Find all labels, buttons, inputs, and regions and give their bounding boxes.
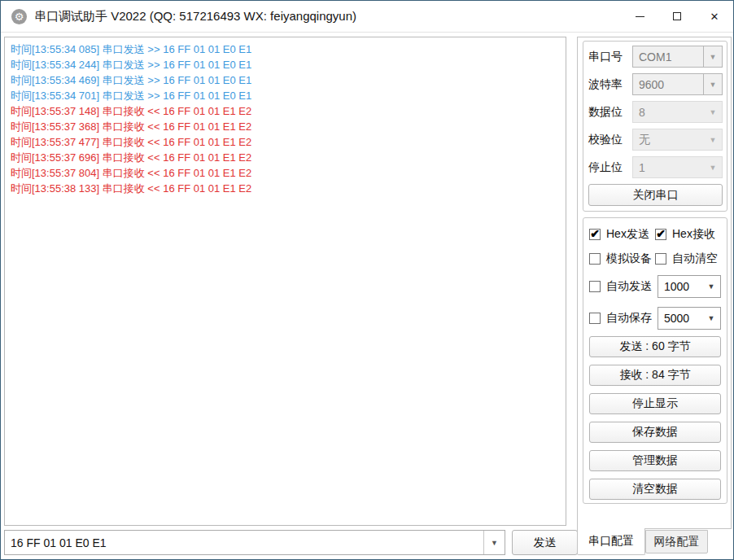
log-line: 时间[13:55:38 133] 串口接收 << 16 FF 01 01 E1 … bbox=[11, 181, 560, 196]
checkbox-combo-row: 自动发送1000▼ bbox=[589, 275, 721, 298]
chevron-down-icon: ▼ bbox=[702, 276, 720, 297]
stop-display-button[interactable]: 停止显示 bbox=[589, 393, 721, 414]
chevron-down-icon: ▼ bbox=[703, 46, 722, 67]
clear-data-button[interactable]: 清空数据 bbox=[589, 479, 721, 500]
auto-send-dropdown[interactable]: 1000▼ bbox=[658, 275, 721, 298]
checkbox-auto-clear[interactable]: 自动清空 bbox=[655, 252, 721, 266]
log-line: 时间[13:55:37 148] 串口接收 << 16 FF 01 01 E1 … bbox=[11, 103, 560, 119]
log-line: 时间[13:55:34 701] 串口发送 >> 16 FF 01 01 E0 … bbox=[11, 88, 560, 103]
save-data-button[interactable]: 保存数据 bbox=[589, 422, 721, 443]
auto-save-dropdown[interactable]: 5000▼ bbox=[658, 307, 721, 330]
app-window: ⚙ 串口调试助手 V2022 (QQ: 517216493 WX: feiyan… bbox=[0, 0, 734, 560]
chevron-down-icon: ▼ bbox=[704, 129, 722, 150]
checkbox-sim-device[interactable]: 模拟设备 bbox=[589, 252, 655, 266]
field-row-stop-bits: 停止位1▼ bbox=[588, 156, 723, 178]
field-row-data-bits: 数据位8▼ bbox=[588, 101, 723, 123]
checkbox-sim-device-label: 模拟设备 bbox=[606, 252, 652, 266]
send-data-dropdown-button[interactable]: ▼ bbox=[483, 531, 505, 554]
config-pane: 串口号COM1▼波特率9600▼数据位8▼校验位无▼停止位1▼ 关闭串口 ✔He… bbox=[577, 37, 732, 529]
log-line: 时间[13:55:37 477] 串口接收 << 16 FF 01 01 E1 … bbox=[11, 134, 560, 150]
data-bits-label: 数据位 bbox=[588, 105, 626, 120]
options-group: ✔Hex发送✔Hex接收模拟设备自动清空自动发送1000▼自动保存5000▼发送… bbox=[583, 217, 727, 504]
close-button[interactable]: ✕ bbox=[696, 1, 733, 32]
field-row-baud-rate: 波特率9600▼ bbox=[588, 73, 723, 95]
checkbox-row: 模拟设备自动清空 bbox=[589, 252, 721, 266]
send-data-combobox[interactable]: ▼ bbox=[4, 530, 505, 555]
baud-rate-label: 波特率 bbox=[588, 77, 626, 92]
log-line: 时间[13:55:37 368] 串口接收 << 16 FF 01 01 E1 … bbox=[11, 119, 560, 134]
checkbox-auto-save-box bbox=[589, 313, 601, 324]
send-count-button[interactable]: 发送 : 60 字节 bbox=[589, 336, 721, 357]
checkbox-auto-save-label: 自动保存 bbox=[606, 311, 652, 326]
checkbox-hex-recv-box: ✔ bbox=[655, 229, 666, 240]
field-row-com-port: 串口号COM1▼ bbox=[588, 46, 723, 68]
close-icon: ✕ bbox=[710, 11, 719, 23]
checkbox-hex-send[interactable]: ✔Hex发送 bbox=[589, 227, 655, 242]
chevron-down-icon: ▼ bbox=[491, 539, 498, 547]
checkbox-auto-clear-label: 自动清空 bbox=[672, 252, 718, 266]
parity-value: 无 bbox=[633, 129, 704, 150]
titlebar: ⚙ 串口调试助手 V2022 (QQ: 517216493 WX: feiyan… bbox=[1, 1, 733, 33]
minimize-icon bbox=[636, 16, 644, 17]
log-line: 时间[13:55:37 804] 串口接收 << 16 FF 01 01 E1 … bbox=[11, 165, 560, 181]
com-port-label: 串口号 bbox=[588, 50, 626, 64]
minimize-button[interactable] bbox=[621, 1, 658, 32]
tab-network-config[interactable]: 网络配置 bbox=[645, 530, 708, 553]
auto-save-value: 5000 bbox=[658, 308, 702, 329]
maximize-button[interactable] bbox=[658, 1, 696, 32]
com-port-dropdown: COM1▼ bbox=[632, 46, 723, 68]
data-bits-dropdown: 8▼ bbox=[632, 101, 723, 123]
stop-bits-label: 停止位 bbox=[588, 160, 626, 175]
com-port-value: COM1 bbox=[633, 46, 703, 67]
stop-bits-value: 1 bbox=[633, 157, 704, 177]
checkbox-auto-send-label: 自动发送 bbox=[606, 279, 652, 294]
log-line: 时间[13:55:34 469] 串口发送 >> 16 FF 01 01 E0 … bbox=[11, 72, 560, 88]
window-controls: ✕ bbox=[621, 1, 733, 32]
manage-data-button[interactable]: 管理数据 bbox=[589, 450, 721, 471]
parity-label: 校验位 bbox=[588, 133, 626, 147]
auto-send-value: 1000 bbox=[658, 276, 702, 297]
close-serial-port-button[interactable]: 关闭串口 bbox=[588, 184, 723, 206]
checkbox-auto-clear-box bbox=[655, 253, 666, 265]
window-title: 串口调试助手 V2022 (QQ: 517216493 WX: feiyangq… bbox=[34, 9, 356, 24]
checkbox-hex-send-box: ✔ bbox=[589, 229, 601, 240]
send-button[interactable]: 发送 bbox=[512, 530, 578, 555]
chevron-down-icon: ▼ bbox=[703, 74, 722, 94]
checkbox-hex-send-label: Hex发送 bbox=[606, 227, 649, 242]
send-data-input[interactable] bbox=[5, 531, 483, 554]
field-row-parity: 校验位无▼ bbox=[588, 129, 723, 151]
app-gear-icon: ⚙ bbox=[11, 9, 27, 24]
checkbox-auto-save[interactable]: 自动保存 bbox=[589, 311, 658, 326]
log-line: 时间[13:55:37 696] 串口接收 << 16 FF 01 01 E1 … bbox=[11, 150, 560, 165]
checkbox-row: ✔Hex发送✔Hex接收 bbox=[589, 227, 721, 242]
baud-rate-dropdown: 9600▼ bbox=[632, 73, 723, 95]
tab-serial-config[interactable]: 串口配置 bbox=[577, 528, 645, 555]
serial-fields: 串口号COM1▼波特率9600▼数据位8▼校验位无▼停止位1▼ bbox=[583, 46, 727, 178]
chevron-down-icon: ▼ bbox=[702, 308, 720, 329]
stop-bits-dropdown: 1▼ bbox=[632, 156, 723, 178]
checkbox-sim-device-box bbox=[589, 253, 601, 265]
options-body: ✔Hex发送✔Hex接收模拟设备自动清空自动发送1000▼自动保存5000▼发送… bbox=[583, 227, 727, 500]
checkbox-combo-row: 自动保存5000▼ bbox=[589, 307, 721, 330]
chevron-down-icon: ▼ bbox=[704, 102, 722, 122]
baud-rate-value: 9600 bbox=[633, 74, 703, 94]
parity-dropdown: 无▼ bbox=[632, 129, 723, 151]
serial-settings-group: 串口号COM1▼波特率9600▼数据位8▼校验位无▼停止位1▼ 关闭串口 bbox=[583, 41, 727, 212]
recv-count-button[interactable]: 接收 : 84 字节 bbox=[589, 365, 721, 386]
checkbox-auto-send[interactable]: 自动发送 bbox=[589, 279, 658, 294]
maximize-icon bbox=[673, 12, 681, 20]
log-area[interactable]: 时间[13:55:34 085] 串口发送 >> 16 FF 01 01 E0 … bbox=[4, 37, 566, 526]
log-line: 时间[13:55:34 244] 串口发送 >> 16 FF 01 01 E0 … bbox=[11, 57, 560, 72]
chevron-down-icon: ▼ bbox=[704, 157, 722, 177]
data-bits-value: 8 bbox=[633, 102, 704, 122]
checkbox-hex-recv[interactable]: ✔Hex接收 bbox=[655, 227, 721, 242]
log-line: 时间[13:55:34 085] 串口发送 >> 16 FF 01 01 E0 … bbox=[11, 42, 560, 57]
checkbox-hex-recv-label: Hex接收 bbox=[672, 227, 715, 242]
checkbox-auto-send-box bbox=[589, 281, 601, 292]
